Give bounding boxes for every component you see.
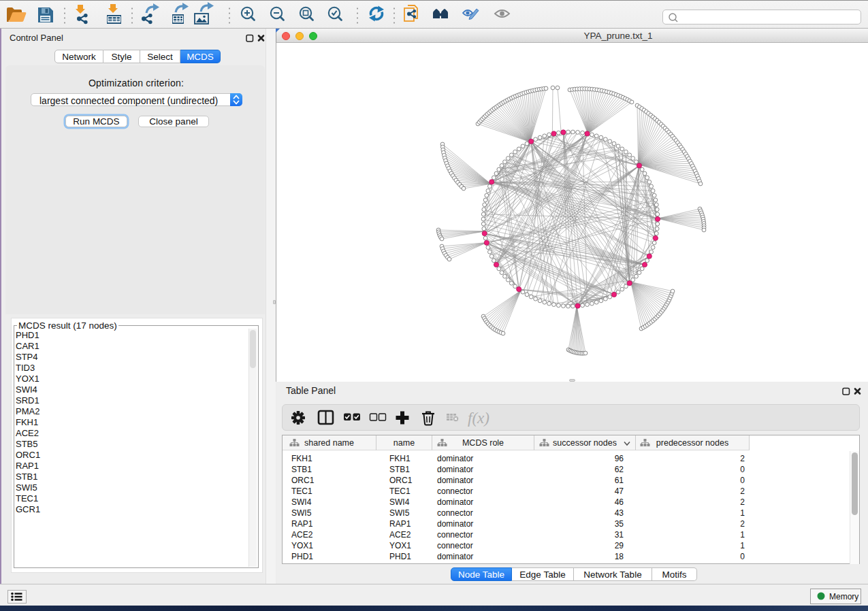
svg-text:f(x): f(x) <box>468 410 489 427</box>
